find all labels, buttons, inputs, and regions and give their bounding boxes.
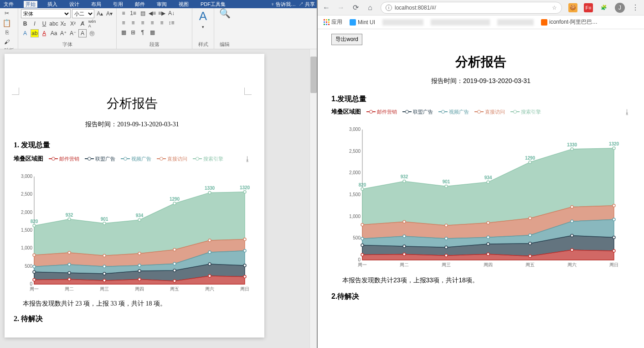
legend-email[interactable]: 邮件营销	[49, 156, 79, 162]
bookmark-iconfont[interactable]: iconfont-阿里巴巴…	[541, 18, 598, 26]
sort-icon[interactable]: A↓	[167, 9, 175, 17]
tab-review[interactable]: 审阅	[155, 1, 169, 8]
site-info-icon[interactable]: i	[386, 5, 392, 11]
scroll-thumb[interactable]	[310, 57, 317, 93]
italic-icon[interactable]: I	[31, 20, 39, 28]
word-page: 分析报告 报告时间：2019-09-13-2020-03-31 1. 发现总量 …	[5, 54, 264, 338]
tab-mailings[interactable]: 邮件	[133, 1, 147, 8]
svg-text:周二: 周二	[65, 286, 74, 291]
distribute-icon[interactable]: ≡	[158, 19, 166, 27]
reload-icon[interactable]: ⟳	[351, 4, 360, 12]
shrink-font-icon[interactable]: A▾	[105, 10, 113, 18]
borders-icon[interactable]: ⊞	[129, 28, 137, 36]
extensions-icon[interactable]: 🧩	[599, 3, 608, 12]
bullets-icon[interactable]: ≡	[119, 9, 128, 17]
copy-icon[interactable]: ⎘	[3, 28, 11, 36]
svg-point-42	[208, 275, 211, 277]
legend-search[interactable]: 搜索引擎	[193, 156, 223, 162]
shrink-a-icon[interactable]: A⁻	[69, 29, 77, 37]
word-document-area[interactable]: 分析报告 报告时间：2019-09-13-2020-03-31 1. 发现总量 …	[0, 49, 317, 348]
legend-search-web[interactable]: 搜索引擎	[510, 109, 541, 115]
legend-direct-web[interactable]: 直接访问	[474, 109, 505, 115]
crop-mark-tr	[244, 88, 252, 95]
svg-text:周日: 周日	[609, 262, 618, 267]
legend-union-web[interactable]: 联盟广告	[402, 109, 433, 115]
download-icon[interactable]: ⭳	[244, 155, 251, 162]
tab-layout[interactable]: 布局	[89, 1, 103, 8]
subscript-icon[interactable]: X₂	[59, 20, 67, 28]
share-button[interactable]: ↗ 共享	[299, 1, 315, 8]
bookmark-blur2[interactable]	[431, 19, 490, 26]
cut-icon[interactable]: ✂	[3, 9, 11, 17]
line-spacing-icon[interactable]: ↕≡	[167, 19, 175, 27]
highlight-icon[interactable]: ab	[31, 29, 39, 37]
strike-icon[interactable]: abc	[50, 20, 58, 28]
legend-union[interactable]: 联盟广告	[85, 156, 115, 162]
font-name-select[interactable]: 宋体	[21, 9, 71, 18]
dec-indent-icon[interactable]: ◀≡	[148, 9, 156, 17]
tab-file[interactable]: 文件	[2, 1, 15, 8]
bookmark-blur3[interactable]	[497, 19, 534, 26]
text-effects-icon[interactable]: A	[21, 29, 29, 37]
underline-icon[interactable]: U	[40, 20, 48, 28]
ext-cookie-icon[interactable]: 🍪	[568, 3, 577, 12]
back-icon[interactable]: ←	[322, 4, 330, 12]
legend-direct[interactable]: 直接访问	[157, 156, 187, 162]
char-border-icon[interactable]: A	[78, 29, 87, 37]
numbering-icon[interactable]: 1≡	[129, 9, 137, 17]
tab-insert[interactable]: 插入	[46, 1, 59, 8]
superscript-icon[interactable]: X²	[69, 20, 77, 28]
tab-design[interactable]: 设计	[67, 1, 81, 8]
enclose-char-icon[interactable]: ㊞	[88, 29, 96, 37]
forward-icon[interactable]: →	[337, 4, 345, 12]
bookmark-mint[interactable]: Mint UI	[350, 19, 375, 26]
change-case-icon[interactable]: Aa	[50, 29, 58, 37]
show-marks-icon[interactable]: ¶	[139, 28, 147, 36]
tab-view[interactable]: 视图	[177, 1, 191, 8]
align-right-icon[interactable]: ≡	[139, 19, 147, 27]
bookmark-star-icon[interactable]: ☆	[552, 5, 557, 11]
legend-video[interactable]: 视频广告	[121, 156, 151, 162]
tab-references[interactable]: 引用	[111, 1, 125, 8]
svg-text:2,000: 2,000	[21, 210, 32, 215]
grow-a-icon[interactable]: A⁺	[59, 29, 67, 37]
justify-icon[interactable]: ≡	[148, 19, 156, 27]
ext-red-icon[interactable]: F≡	[584, 3, 593, 12]
doc-title: 分析报告	[14, 95, 251, 112]
snap-grid-icon[interactable]: ▦	[148, 28, 156, 36]
paste-icon[interactable]: 📋	[3, 19, 11, 27]
export-word-button[interactable]: 导出word	[331, 34, 362, 45]
url-bar[interactable]: i localhost:8081/#/ ☆	[381, 2, 562, 14]
svg-point-69	[445, 185, 448, 187]
browser-body: 导出word 分析报告 报告时间：2019-09-13-2020-03-31 1…	[318, 29, 644, 348]
svg-text:周五: 周五	[526, 262, 535, 267]
legend-email-web[interactable]: 邮件营销	[366, 109, 397, 115]
download-icon-web[interactable]: ⭳	[624, 108, 630, 115]
align-left-icon[interactable]: ≡	[119, 19, 128, 27]
styles-icon[interactable]: A	[199, 9, 207, 23]
menu-icon[interactable]: ⋮	[631, 4, 639, 12]
profile-avatar[interactable]: J	[615, 3, 625, 13]
phonetic-icon[interactable]: wénA	[88, 20, 96, 28]
align-center-icon[interactable]: ≡	[129, 19, 137, 27]
svg-point-25	[103, 265, 106, 268]
bold-icon[interactable]: B	[21, 20, 29, 28]
font-size-select[interactable]: 小二	[72, 9, 94, 18]
grow-font-icon[interactable]: A▴	[96, 10, 104, 18]
word-scrollbar[interactable]	[309, 49, 317, 348]
tab-pdf[interactable]: PDF工具集	[199, 1, 227, 8]
format-painter-icon[interactable]: 🖌	[3, 38, 11, 46]
legend-video-web[interactable]: 视频广告	[438, 109, 469, 115]
home-icon[interactable]: ⌂	[366, 4, 374, 12]
tell-me[interactable]: ♀ 告诉我…	[271, 1, 296, 8]
multilevel-icon[interactable]: ▤	[139, 9, 147, 17]
tab-home[interactable]: 开始	[24, 1, 37, 8]
font-color-icon[interactable]: A	[40, 29, 48, 37]
bookmark-apps[interactable]: 应用	[323, 18, 342, 26]
inc-indent-icon[interactable]: ≡▶	[158, 9, 166, 17]
clear-format-icon[interactable]: A̸	[78, 20, 87, 28]
shading-icon[interactable]: ▦	[119, 28, 128, 36]
find-icon[interactable]: 🔍	[221, 9, 229, 17]
bookmark-blur1[interactable]	[382, 19, 423, 26]
svg-point-12	[138, 218, 141, 221]
